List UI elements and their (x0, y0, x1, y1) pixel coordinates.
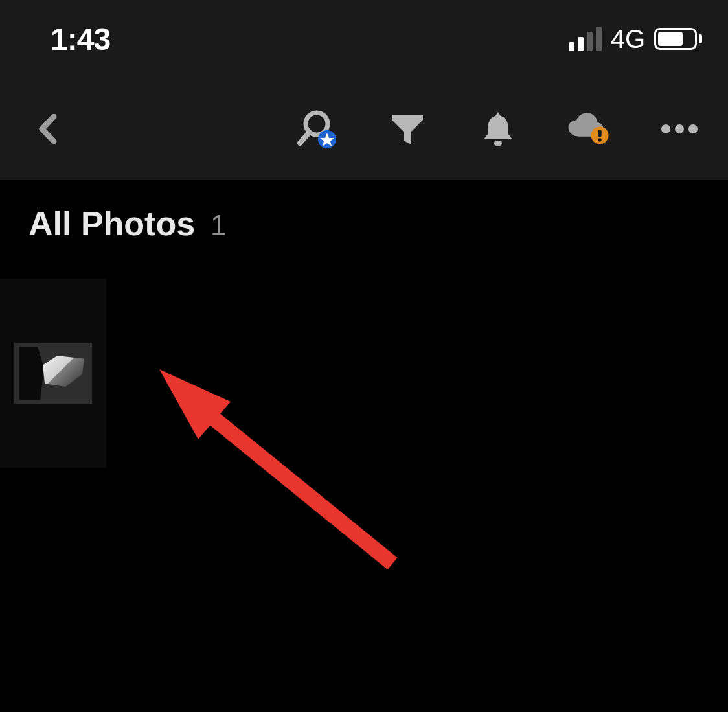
status-time: 1:43 (51, 21, 110, 57)
photo-grid (0, 279, 106, 468)
page-header: All Photos 1 (28, 204, 227, 243)
status-right: 4G (569, 25, 702, 54)
cloud-sync-button[interactable] (566, 111, 611, 147)
svg-point-10 (675, 124, 684, 133)
photo-count: 1 (210, 209, 226, 242)
back-chevron-icon (38, 114, 58, 144)
svg-point-9 (661, 124, 670, 133)
annotation-arrow (159, 363, 405, 577)
back-button[interactable] (28, 109, 67, 148)
svg-rect-7 (598, 130, 601, 137)
more-dots-icon (661, 124, 698, 133)
svg-line-12 (185, 395, 392, 564)
toolbar-actions (294, 111, 702, 147)
page-title: All Photos (28, 204, 195, 243)
filter-button[interactable] (385, 111, 430, 147)
network-type-label: 4G (611, 25, 645, 54)
svg-point-11 (688, 124, 698, 133)
svg-marker-4 (392, 115, 423, 144)
battery-icon (654, 28, 702, 50)
photo-thumbnail[interactable] (0, 279, 106, 468)
search-button[interactable] (294, 111, 339, 147)
svg-marker-13 (159, 369, 231, 439)
more-menu-button[interactable] (657, 111, 702, 147)
svg-rect-5 (494, 141, 502, 146)
notifications-button[interactable] (475, 111, 521, 147)
bell-icon (483, 111, 514, 147)
thumbnail-image (14, 343, 92, 404)
filter-funnel-icon (391, 112, 424, 146)
app-toolbar (0, 78, 728, 180)
cloud-alert-icon (566, 110, 611, 148)
svg-point-8 (598, 138, 601, 141)
signal-strength-icon (569, 27, 602, 51)
status-bar: 1:43 4G (0, 0, 728, 78)
search-star-icon (296, 109, 337, 148)
svg-line-1 (300, 133, 309, 143)
